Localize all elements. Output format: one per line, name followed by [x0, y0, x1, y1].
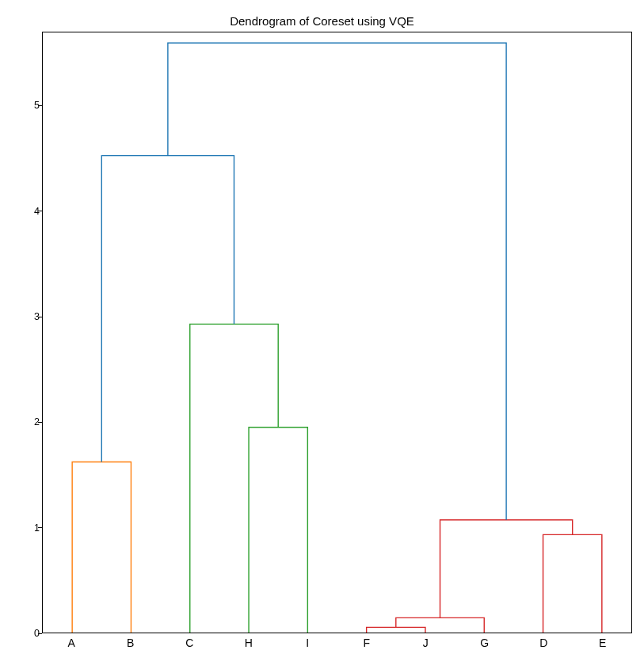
dendrogram-chart: Dendrogram of Coreset using VQE 012345AB… — [0, 0, 644, 665]
x-leaf-label: J — [423, 636, 429, 649]
y-tick-mark — [38, 633, 42, 634]
y-tick-label: 5 — [24, 100, 40, 111]
y-tick-label: 2 — [24, 416, 40, 428]
y-tick-label: 3 — [24, 311, 40, 322]
chart-title: Dendrogram of Coreset using VQE — [0, 14, 644, 28]
y-tick-label: 4 — [24, 206, 40, 217]
dendrogram-svg — [43, 32, 631, 633]
dendro-link — [367, 627, 425, 633]
y-tick-mark — [38, 105, 42, 106]
y-tick-label: 1 — [24, 522, 40, 534]
dendro-link — [396, 618, 484, 633]
plot-area — [42, 32, 632, 633]
y-tick-mark — [38, 527, 42, 528]
x-leaf-label: F — [363, 636, 370, 649]
x-leaf-label: G — [480, 636, 489, 649]
x-leaf-label: A — [68, 636, 75, 649]
dendro-link — [190, 324, 278, 633]
dendro-link — [168, 43, 506, 519]
x-leaf-label: D — [539, 636, 547, 649]
y-tick-mark — [38, 422, 42, 423]
x-leaf-label: E — [599, 636, 606, 649]
dendro-link — [249, 428, 307, 633]
x-leaf-label: B — [127, 636, 134, 649]
dendro-link — [101, 156, 234, 462]
y-tick-mark — [38, 317, 42, 317]
x-leaf-label: I — [306, 636, 309, 649]
x-leaf-label: H — [245, 636, 253, 649]
dendro-link — [543, 534, 602, 633]
y-tick-mark — [38, 211, 42, 211]
y-tick-label: 0 — [24, 628, 40, 639]
dendro-link — [72, 462, 131, 633]
x-leaf-label: C — [185, 636, 193, 649]
